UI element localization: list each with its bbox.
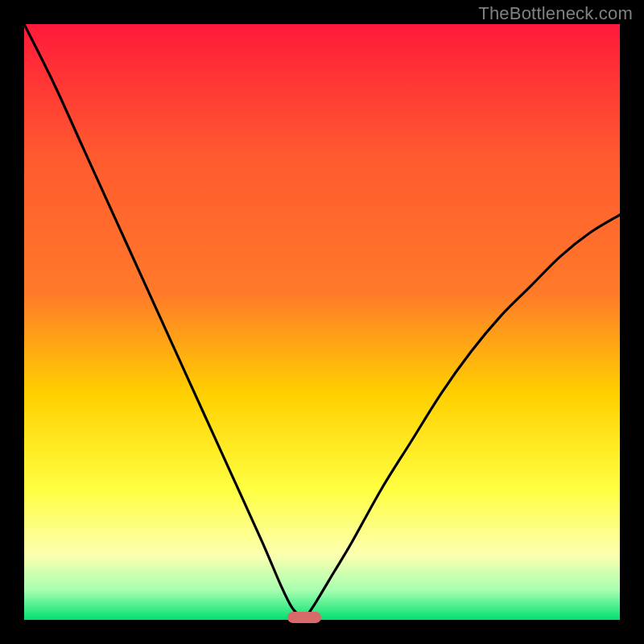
chart-svg — [24, 24, 620, 620]
chart-frame: TheBottleneck.com — [0, 0, 644, 644]
watermark-text: TheBottleneck.com — [478, 3, 633, 24]
plot-area — [24, 24, 620, 620]
optimal-marker — [287, 612, 321, 623]
gradient-background — [24, 24, 620, 620]
